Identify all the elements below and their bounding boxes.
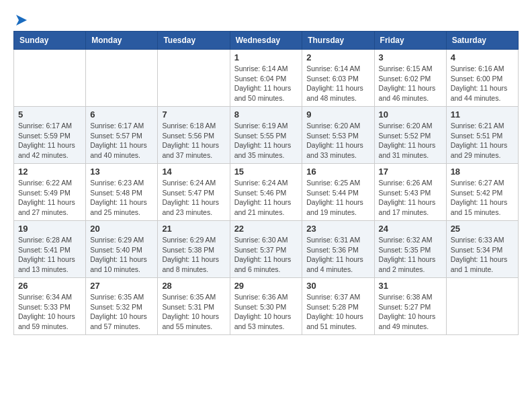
calendar-cell [86, 50, 158, 107]
calendar-cell: 19Sunrise: 6:28 AM Sunset: 5:41 PM Dayli… [14, 221, 86, 278]
day-info: Sunrise: 6:17 AM Sunset: 5:59 PM Dayligh… [18, 121, 81, 161]
calendar-cell: 13Sunrise: 6:23 AM Sunset: 5:48 PM Dayli… [86, 164, 158, 221]
day-info: Sunrise: 6:29 AM Sunset: 5:40 PM Dayligh… [90, 235, 153, 275]
day-number: 20 [90, 224, 153, 234]
day-number: 2 [306, 52, 369, 62]
day-info: Sunrise: 6:27 AM Sunset: 5:42 PM Dayligh… [451, 178, 514, 218]
day-info: Sunrise: 6:34 AM Sunset: 5:33 PM Dayligh… [18, 292, 81, 332]
calendar-cell: 31Sunrise: 6:38 AM Sunset: 5:27 PM Dayli… [374, 278, 446, 335]
day-info: Sunrise: 6:24 AM Sunset: 5:47 PM Dayligh… [162, 178, 225, 218]
day-info: Sunrise: 6:31 AM Sunset: 5:36 PM Dayligh… [306, 235, 369, 275]
day-number: 25 [451, 224, 514, 234]
day-info: Sunrise: 6:14 AM Sunset: 6:03 PM Dayligh… [306, 64, 369, 103]
calendar-cell [446, 278, 518, 335]
day-number: 30 [306, 281, 369, 291]
calendar-cell: 16Sunrise: 6:25 AM Sunset: 5:44 PM Dayli… [302, 164, 374, 221]
calendar-week-row: 19Sunrise: 6:28 AM Sunset: 5:41 PM Dayli… [14, 221, 519, 278]
day-header-monday: Monday [86, 32, 158, 50]
calendar-cell: 23Sunrise: 6:31 AM Sunset: 5:36 PM Dayli… [302, 221, 374, 278]
calendar-cell: 27Sunrise: 6:35 AM Sunset: 5:32 PM Dayli… [86, 278, 158, 335]
day-number: 16 [306, 167, 369, 177]
day-number: 1 [234, 52, 298, 62]
day-header-saturday: Saturday [446, 32, 518, 50]
calendar-cell: 6Sunrise: 6:17 AM Sunset: 5:57 PM Daylig… [86, 107, 158, 164]
calendar-cell: 21Sunrise: 6:29 AM Sunset: 5:38 PM Dayli… [158, 221, 230, 278]
day-info: Sunrise: 6:23 AM Sunset: 5:48 PM Dayligh… [90, 178, 153, 218]
day-info: Sunrise: 6:33 AM Sunset: 5:34 PM Dayligh… [451, 235, 514, 275]
day-number: 4 [451, 52, 514, 62]
day-info: Sunrise: 6:17 AM Sunset: 5:57 PM Dayligh… [90, 121, 153, 161]
day-info: Sunrise: 6:14 AM Sunset: 6:04 PM Dayligh… [234, 64, 298, 103]
calendar-cell: 10Sunrise: 6:20 AM Sunset: 5:52 PM Dayli… [374, 107, 446, 164]
logo-icon [15, 13, 28, 27]
calendar-cell: 2Sunrise: 6:14 AM Sunset: 6:03 PM Daylig… [302, 50, 374, 107]
calendar-cell: 4Sunrise: 6:16 AM Sunset: 6:00 PM Daylig… [446, 50, 518, 107]
day-info: Sunrise: 6:21 AM Sunset: 5:51 PM Dayligh… [451, 121, 514, 161]
calendar-header-row: SundayMondayTuesdayWednesdayThursdayFrid… [14, 32, 519, 50]
calendar-cell: 18Sunrise: 6:27 AM Sunset: 5:42 PM Dayli… [446, 164, 518, 221]
day-info: Sunrise: 6:26 AM Sunset: 5:43 PM Dayligh… [379, 178, 442, 218]
day-number: 24 [379, 224, 442, 234]
day-number: 12 [18, 167, 81, 177]
day-number: 18 [451, 167, 514, 177]
day-number: 19 [18, 224, 81, 234]
calendar-cell: 25Sunrise: 6:33 AM Sunset: 5:34 PM Dayli… [446, 221, 518, 278]
day-info: Sunrise: 6:24 AM Sunset: 5:46 PM Dayligh… [234, 178, 298, 218]
calendar-cell: 8Sunrise: 6:19 AM Sunset: 5:55 PM Daylig… [230, 107, 302, 164]
calendar-cell: 22Sunrise: 6:30 AM Sunset: 5:37 PM Dayli… [230, 221, 302, 278]
day-info: Sunrise: 6:18 AM Sunset: 5:56 PM Dayligh… [162, 121, 225, 161]
day-number: 23 [306, 224, 369, 234]
day-info: Sunrise: 6:25 AM Sunset: 5:44 PM Dayligh… [306, 178, 369, 218]
day-info: Sunrise: 6:30 AM Sunset: 5:37 PM Dayligh… [234, 235, 298, 275]
calendar-cell: 1Sunrise: 6:14 AM Sunset: 6:04 PM Daylig… [230, 50, 302, 107]
day-number: 6 [90, 109, 153, 120]
calendar-cell: 20Sunrise: 6:29 AM Sunset: 5:40 PM Dayli… [86, 221, 158, 278]
calendar-cell: 28Sunrise: 6:35 AM Sunset: 5:31 PM Dayli… [158, 278, 230, 335]
calendar-cell: 24Sunrise: 6:32 AM Sunset: 5:35 PM Dayli… [374, 221, 446, 278]
day-number: 7 [162, 109, 225, 120]
day-number: 15 [234, 167, 298, 177]
svg-marker-0 [16, 15, 27, 26]
day-number: 27 [90, 281, 153, 291]
day-header-friday: Friday [374, 32, 446, 50]
calendar-cell: 3Sunrise: 6:15 AM Sunset: 6:02 PM Daylig… [374, 50, 446, 107]
day-info: Sunrise: 6:16 AM Sunset: 6:00 PM Dayligh… [451, 64, 514, 103]
day-header-sunday: Sunday [14, 32, 86, 50]
calendar-cell: 14Sunrise: 6:24 AM Sunset: 5:47 PM Dayli… [158, 164, 230, 221]
calendar-cell: 29Sunrise: 6:36 AM Sunset: 5:30 PM Dayli… [230, 278, 302, 335]
day-number: 10 [379, 109, 442, 120]
calendar-week-row: 26Sunrise: 6:34 AM Sunset: 5:33 PM Dayli… [14, 278, 519, 335]
calendar-cell [14, 50, 86, 107]
day-header-wednesday: Wednesday [230, 32, 302, 50]
calendar-week-row: 1Sunrise: 6:14 AM Sunset: 6:04 PM Daylig… [14, 50, 519, 107]
day-number: 29 [234, 281, 298, 291]
day-info: Sunrise: 6:37 AM Sunset: 5:28 PM Dayligh… [306, 292, 369, 332]
day-info: Sunrise: 6:35 AM Sunset: 5:32 PM Dayligh… [90, 292, 153, 332]
day-number: 31 [379, 281, 442, 291]
calendar-cell: 9Sunrise: 6:20 AM Sunset: 5:53 PM Daylig… [302, 107, 374, 164]
day-info: Sunrise: 6:22 AM Sunset: 5:49 PM Dayligh… [18, 178, 81, 218]
calendar-cell [158, 50, 230, 107]
logo [13, 13, 28, 24]
day-number: 26 [18, 281, 81, 291]
calendar-cell: 30Sunrise: 6:37 AM Sunset: 5:28 PM Dayli… [302, 278, 374, 335]
day-info: Sunrise: 6:29 AM Sunset: 5:38 PM Dayligh… [162, 235, 225, 275]
day-info: Sunrise: 6:15 AM Sunset: 6:02 PM Dayligh… [379, 64, 442, 103]
day-info: Sunrise: 6:35 AM Sunset: 5:31 PM Dayligh… [162, 292, 225, 332]
calendar-week-row: 12Sunrise: 6:22 AM Sunset: 5:49 PM Dayli… [14, 164, 519, 221]
calendar-table: SundayMondayTuesdayWednesdayThursdayFrid… [13, 31, 519, 335]
day-number: 3 [379, 52, 442, 62]
day-header-tuesday: Tuesday [158, 32, 230, 50]
day-info: Sunrise: 6:32 AM Sunset: 5:35 PM Dayligh… [379, 235, 442, 275]
day-number: 21 [162, 224, 225, 234]
day-number: 13 [90, 167, 153, 177]
day-number: 22 [234, 224, 298, 234]
calendar-week-row: 5Sunrise: 6:17 AM Sunset: 5:59 PM Daylig… [14, 107, 519, 164]
calendar-cell: 7Sunrise: 6:18 AM Sunset: 5:56 PM Daylig… [158, 107, 230, 164]
day-number: 17 [379, 167, 442, 177]
day-number: 5 [18, 109, 81, 120]
day-header-thursday: Thursday [302, 32, 374, 50]
calendar-cell: 17Sunrise: 6:26 AM Sunset: 5:43 PM Dayli… [374, 164, 446, 221]
day-number: 9 [306, 109, 369, 120]
calendar-cell: 12Sunrise: 6:22 AM Sunset: 5:49 PM Dayli… [14, 164, 86, 221]
